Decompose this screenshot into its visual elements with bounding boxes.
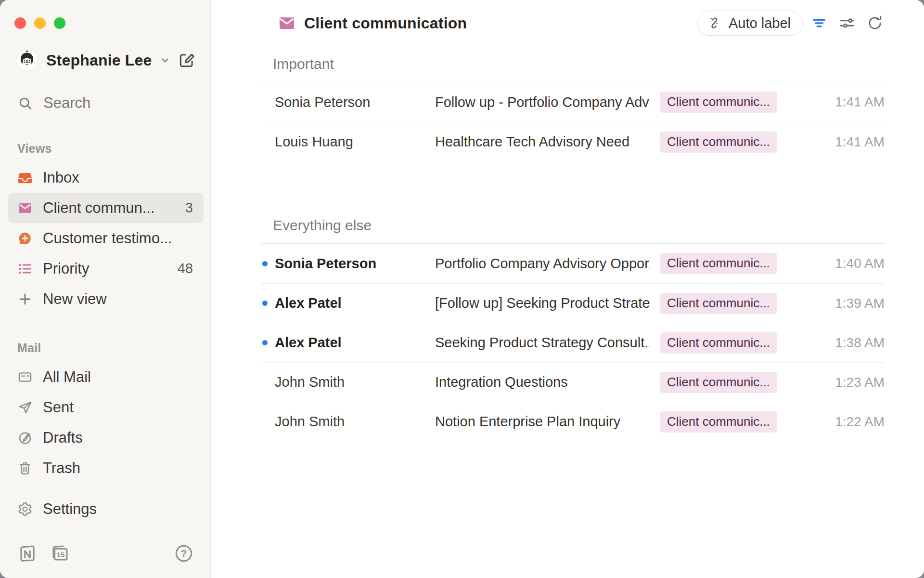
sliders-icon	[838, 14, 856, 32]
label-badge[interactable]: Client communic...	[660, 372, 777, 393]
mail-nav: All Mail Sent Drafts Trash	[0, 362, 210, 483]
email-subject: [Follow up] Seeking Product Strate...	[435, 295, 650, 311]
sidebar-item-drafts[interactable]: Drafts	[8, 422, 204, 453]
email-subject: Integration Questions	[435, 374, 650, 390]
label-badge[interactable]: Client communic...	[660, 332, 777, 354]
sidebar-item-count: 48	[178, 261, 193, 276]
sidebar-item-label: New view	[43, 290, 107, 308]
settings-label: Settings	[43, 500, 97, 518]
draft-icon	[17, 430, 33, 446]
window-controls	[0, 0, 210, 29]
email-time: 1:22 AM	[777, 414, 885, 430]
refresh-button[interactable]	[863, 12, 886, 35]
compose-button[interactable]	[176, 49, 198, 71]
label-badge[interactable]: Client communic...	[660, 253, 777, 274]
help-icon[interactable]: ?	[174, 543, 194, 564]
email-time: 1:23 AM	[777, 375, 885, 390]
label-badge[interactable]: Client communic...	[660, 131, 777, 153]
sidebar-item-client-commun[interactable]: Client commun... 3	[8, 193, 204, 223]
email-row[interactable]: John Smith Notion Enterprise Plan Inquir…	[261, 402, 885, 441]
email-subject: Seeking Product Strategy Consult...	[435, 335, 650, 351]
email-section: Important Sonia Peterson Follow up - Por…	[261, 46, 885, 161]
email-subject: Healthcare Tech Advisory Need	[435, 134, 650, 150]
sidebar-item-inbox[interactable]: Inbox	[8, 162, 204, 193]
unread-dot	[262, 301, 268, 306]
email-sender: Alex Patel	[275, 295, 435, 311]
email-time: 1:38 AM	[777, 335, 885, 351]
search-icon	[17, 95, 33, 111]
page-title: Client communication	[304, 14, 467, 32]
views-nav: Inbox Client commun... 3 Customer testim…	[0, 162, 210, 314]
all-mail-icon	[17, 369, 33, 385]
sidebar-item-sent[interactable]: Sent	[8, 392, 204, 422]
search-input[interactable]: Search	[17, 94, 210, 112]
sidebar-item-priority[interactable]: Priority 48	[8, 253, 204, 284]
send-icon	[17, 400, 33, 415]
gear-icon	[17, 501, 33, 517]
unread-dot	[262, 340, 268, 345]
account-switcher[interactable]: Stephanie Lee	[16, 49, 198, 71]
email-row[interactable]: Louis Huang Healthcare Tech Advisory Nee…	[261, 122, 885, 161]
sidebar-item-new-view[interactable]: New view	[8, 284, 204, 314]
filter-button[interactable]	[808, 12, 831, 35]
sidebar-item-customer-testimo[interactable]: Customer testimo...	[8, 223, 204, 253]
calendar-icon[interactable]: 15	[50, 543, 70, 564]
chat-plus-icon	[17, 231, 33, 246]
sidebar-item-label: Customer testimo...	[43, 230, 172, 247]
zoom-window-button[interactable]	[54, 17, 65, 29]
email-row[interactable]: Sonia Peterson Portfolio Company Advisor…	[261, 244, 885, 283]
priority-list-icon	[17, 261, 33, 276]
sidebar-item-all-mail[interactable]: All Mail	[8, 362, 204, 392]
sidebar: Stephanie Lee Search Views Inbox Client …	[0, 0, 211, 578]
sidebar-item-count: 3	[185, 200, 193, 216]
email-sender: Louis Huang	[275, 134, 435, 150]
email-row[interactable]: Alex Patel [Follow up] Seeking Product S…	[261, 283, 885, 323]
sidebar-footer: 15 ?	[0, 524, 210, 578]
display-options-button[interactable]	[835, 12, 859, 35]
svg-text:15: 15	[57, 551, 65, 559]
refresh-icon	[866, 14, 884, 32]
notion-logo-icon[interactable]	[17, 543, 38, 564]
sidebar-item-label: Trash	[43, 460, 80, 477]
email-subject: Notion Enterprise Plan Inquiry	[435, 414, 650, 430]
plus-icon	[17, 291, 33, 307]
email-row[interactable]: Sonia Peterson Follow up - Portfolio Com…	[261, 82, 885, 122]
unread-dot	[262, 261, 268, 266]
sidebar-item-label: Client commun...	[43, 199, 155, 217]
sidebar-item-trash[interactable]: Trash	[8, 453, 204, 483]
label-badge[interactable]: Client communic...	[660, 293, 777, 314]
auto-label-button[interactable]: Auto label	[697, 11, 803, 36]
email-list: Important Sonia Peterson Follow up - Por…	[261, 46, 885, 441]
section-title: Everything else	[261, 208, 885, 243]
sidebar-item-label: Priority	[43, 260, 89, 277]
sidebar-item-label: All Mail	[43, 368, 91, 386]
email-row[interactable]: John Smith Integration Questions Client …	[261, 362, 885, 402]
email-subject: Portfolio Company Advisory Oppor...	[435, 256, 650, 272]
email-sender: Sonia Peterson	[275, 256, 435, 272]
trash-icon	[17, 460, 33, 476]
label-badge[interactable]: Client communic...	[660, 411, 777, 433]
inbox-icon	[17, 170, 33, 185]
chevron-down-icon	[159, 54, 171, 66]
email-section: Everything else Sonia Peterson Portfolio…	[261, 208, 885, 441]
close-window-button[interactable]	[14, 17, 26, 29]
email-time: 1:41 AM	[777, 94, 885, 110]
user-name: Stephanie Lee	[46, 52, 152, 69]
label-badge[interactable]: Client communic...	[660, 92, 777, 113]
email-row[interactable]: Alex Patel Seeking Product Strategy Cons…	[261, 323, 885, 362]
auto-label-icon	[706, 15, 723, 31]
email-time: 1:39 AM	[777, 296, 885, 311]
email-sender: Alex Patel	[275, 335, 435, 351]
sidebar-item-label: Drafts	[43, 429, 83, 447]
minimize-window-button[interactable]	[34, 17, 46, 29]
email-sender: John Smith	[275, 414, 435, 430]
envelope-icon	[17, 200, 33, 216]
views-section-label: Views	[17, 142, 210, 156]
main-panel: Client communication Auto label	[211, 0, 924, 578]
email-sender: John Smith	[275, 374, 435, 390]
view-header: Client communication Auto label	[211, 0, 924, 46]
sidebar-item-settings[interactable]: Settings	[8, 494, 204, 524]
mail-section-label: Mail	[17, 341, 210, 355]
avatar	[16, 50, 38, 71]
email-sender: Sonia Peterson	[275, 94, 435, 110]
